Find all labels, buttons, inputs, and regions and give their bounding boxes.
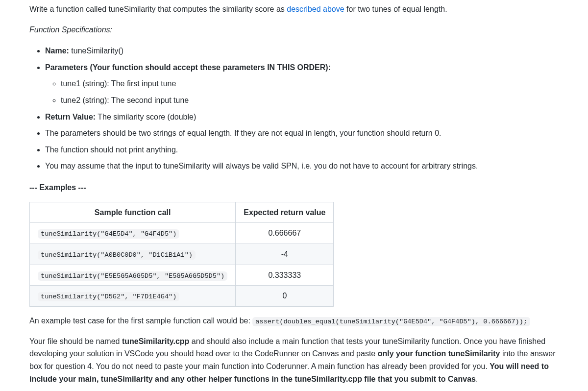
described-above-link[interactable]: described above <box>287 5 344 13</box>
closing-only-func: only your function tuneSimilarity <box>378 349 500 358</box>
spec-name-value: tuneSimilarity() <box>69 47 123 55</box>
code-call: tuneSimilarity("D5G2", "F7D1E4G4") <box>38 292 179 301</box>
table-row: tuneSimilarity("G4E5D4", "G4F4D5") 0.666… <box>30 223 334 244</box>
intro-paragraph: Write a function called tuneSimilarity t… <box>29 3 559 16</box>
table-cell-return: 0.333333 <box>236 265 334 286</box>
closing-paragraph: Your file should be named tuneSimilarity… <box>29 335 559 385</box>
table-header-row: Sample function call Expected return val… <box>30 202 334 223</box>
code-call: tuneSimilarity("E5E5G5A6G5D5", "E5G5A6G5… <box>38 271 227 281</box>
table-header-return: Expected return value <box>236 202 334 223</box>
table-cell-return: -4 <box>236 244 334 265</box>
code-call: tuneSimilarity("A0B0C0D0", "D1C1B1A1") <box>38 250 196 260</box>
examples-header: --- Examples --- <box>29 181 559 194</box>
spec-rule-noprint: The function should not print anything. <box>45 143 559 157</box>
spec-list: Name: tuneSimilarity() Parameters (Your … <box>29 44 559 173</box>
spec-rule-spn: You may assume that the input to tuneSim… <box>45 159 559 173</box>
spec-heading: Function Specifications: <box>29 24 559 36</box>
spec-param2: tune2 (string): The second input tune <box>61 93 559 108</box>
spec-rule-length: The parameters should be two strings of … <box>45 126 559 141</box>
spec-heading-text: Function Specifications: <box>29 25 112 34</box>
spec-name: Name: tuneSimilarity() <box>45 44 559 58</box>
code-call: tuneSimilarity("G4E5D4", "G4F4D5") <box>38 229 179 239</box>
spec-name-label: Name: <box>45 47 69 55</box>
assert-code: assert(doubles_equal(tuneSimilarity("G4E… <box>252 317 530 326</box>
table-cell-call: tuneSimilarity("D5G2", "F7D1E4G4") <box>30 286 236 307</box>
table-cell-call: tuneSimilarity("A0B0C0D0", "D1C1B1A1") <box>30 244 236 265</box>
table-cell-call: tuneSimilarity("G4E5D4", "G4F4D5") <box>30 223 236 244</box>
spec-params: Parameters (Your function should accept … <box>45 60 559 108</box>
table-row: tuneSimilarity("D5G2", "F7D1E4G4") 0 <box>30 286 334 307</box>
spec-return-label: Return Value: <box>45 113 96 121</box>
spec-return-value: The similarity score (double) <box>96 113 196 121</box>
closing-text: . <box>476 375 478 383</box>
table-header-call: Sample function call <box>30 202 236 223</box>
intro-text-before: Write a function called tuneSimilarity t… <box>29 5 287 13</box>
spec-params-sublist: tune1 (string): The first input tune tun… <box>45 76 559 107</box>
table-cell-call: tuneSimilarity("E5E5G5A6G5D5", "E5G5A6G5… <box>30 265 236 286</box>
table-row: tuneSimilarity("E5E5G5A6G5D5", "E5G5A6G5… <box>30 265 334 286</box>
examples-table: Sample function call Expected return val… <box>29 202 334 307</box>
assert-before: An example test case for the first sampl… <box>29 317 252 325</box>
table-cell-return: 0 <box>236 286 334 307</box>
assert-paragraph: An example test case for the first sampl… <box>29 315 559 327</box>
closing-filename: tuneSimilarity.cpp <box>122 337 190 345</box>
intro-text-after: for two tunes of equal length. <box>344 5 447 13</box>
spec-return: Return Value: The similarity score (doub… <box>45 110 559 124</box>
spec-params-label: Parameters (Your function should accept … <box>45 63 331 72</box>
closing-text: Your file should be named <box>29 337 122 345</box>
table-cell-return: 0.666667 <box>236 223 334 244</box>
spec-param1: tune1 (string): The first input tune <box>61 76 559 91</box>
table-row: tuneSimilarity("A0B0C0D0", "D1C1B1A1") -… <box>30 244 334 265</box>
